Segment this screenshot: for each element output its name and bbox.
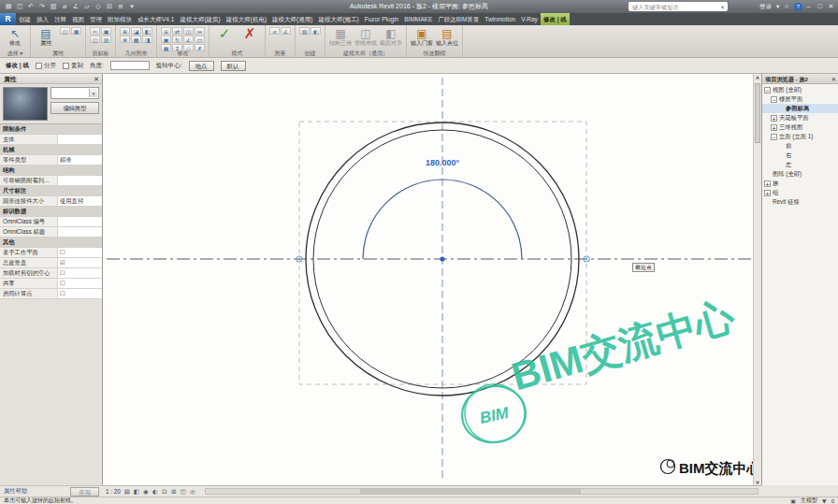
ribbon-tab[interactable]: 广联达BIM算量 [435,13,482,25]
property-row[interactable]: 圆形连接件大小 使用直径 [0,196,102,207]
detail-level-icon[interactable]: ▤ [123,488,132,496]
modify-button[interactable]: ↖ 修改 [4,27,26,47]
search-chevron-icon[interactable]: ▾ [721,3,724,11]
qat-customize-icon[interactable]: ▾ [127,3,137,10]
open-icon[interactable]: ▤ [4,3,13,10]
scrollbar-thumb[interactable] [755,83,760,143]
browser-tree-item[interactable]: Revit 链接 [762,197,838,207]
disjoin-checkbox[interactable]: 分开 [36,62,56,70]
properties-button[interactable]: ▤ 属性 [35,27,57,47]
property-row[interactable]: 加载时剪切的空心 ☐ [0,268,102,279]
close-icon[interactable]: ✕ [831,74,836,84]
copy-to-clipboard-icon[interactable]: ▣ [101,27,111,35]
tag-icon[interactable]: ▱ [82,3,92,10]
reveal-hidden-elements-icon[interactable]: ◎ [188,488,197,496]
structure-3d-button[interactable]: ▦ 结构三维 [329,27,352,47]
property-value[interactable]: ☐ [58,248,102,257]
edit-type-button[interactable]: 编辑类型 [51,102,99,114]
browser-tree-item[interactable]: + 组 [762,188,838,197]
property-row[interactable]: 其他 [0,238,102,248]
paint-icon[interactable]: ◧ [142,27,152,35]
property-value[interactable]: 标准 [58,155,102,165]
thin-lines-icon[interactable]: ≡ [116,3,125,10]
property-row[interactable]: 结构 [0,166,102,176]
application-menu-button[interactable]: R [0,13,16,25]
ribbon-tab[interactable]: 插入 [34,13,51,25]
property-value[interactable]: ☐ [58,279,102,288]
rotate-icon[interactable]: ↻ [172,36,182,43]
dimension-icon[interactable]: ∠ [281,27,291,35]
input-points-button[interactable]: ▤ 输入点位 [436,27,458,47]
finish-edit-mode-button[interactable]: ✓ [213,27,236,40]
property-row[interactable]: 房间计算点 ☐ [0,289,102,299]
align-icon[interactable]: ≡ [161,27,171,35]
browser-tree-item[interactable]: 左 [762,160,838,169]
redo-icon[interactable]: ↷ [37,3,47,10]
view-scale-button[interactable]: 1 : 20 [106,488,121,495]
close-icon[interactable]: ✕ [94,74,99,84]
browser-tree-item[interactable]: + 三维视图 [762,122,838,132]
property-row[interactable]: OmniClass 标题 [0,227,102,238]
property-value[interactable]: 使用直径 [58,196,102,206]
tree-expander-icon[interactable]: − [771,134,777,140]
browser-tree-item[interactable]: − 楼层平面 [762,94,838,104]
tree-expander-icon[interactable]: + [771,124,777,131]
property-row[interactable]: 尺寸标注 [0,186,102,196]
tree-expander-icon[interactable]: + [764,180,771,187]
ribbon-tab[interactable]: Twinmotion [482,13,518,25]
save-icon[interactable]: ◫ [15,3,24,10]
cope-icon[interactable]: ▩ [131,36,141,43]
pipe-routing-button[interactable]: ◫ 管线布线 [354,27,377,47]
property-row[interactable]: OmniClass 编号 [0,217,102,227]
drawing-canvas[interactable]: 180.000° BIM交流中心 BIM BIM交流中心 最近点 ▲ [103,74,761,485]
tree-expander-icon[interactable] [777,143,784,150]
property-value[interactable] [58,227,102,237]
editable-only-icon[interactable]: ▣ [790,497,796,504]
undo-icon[interactable]: ↶ [26,3,36,10]
ribbon-tab[interactable]: BIMMAKE [401,13,435,25]
property-value[interactable] [58,135,102,144]
visual-style-icon[interactable]: ◧ [132,488,141,496]
property-row[interactable]: 限制条件 [0,124,102,135]
property-value[interactable]: ☐ [58,289,102,298]
help-icon[interactable]: ? [794,3,802,11]
filter-icon[interactable]: ▼ [822,497,827,504]
property-row[interactable]: 标识数据 [0,207,102,217]
tree-expander-icon[interactable] [777,106,784,112]
browser-tree-item[interactable]: + 天花板平面 [762,113,838,122]
default-3d-view-icon[interactable]: ◇ [94,3,103,10]
property-value[interactable]: ☐ [58,268,102,278]
browser-tree-item[interactable]: 前 [762,141,838,151]
wall-joins-icon[interactable]: ◨ [142,36,152,43]
property-value[interactable] [58,217,102,226]
property-row[interactable]: 总是垂直 ☑ [0,258,102,268]
signin-chevron-icon[interactable]: ▾ [776,3,779,10]
paste-icon[interactable]: ◫ [90,36,100,43]
create-similar-icon[interactable]: ◐ [311,27,321,35]
copy-checkbox[interactable]: 复制 [63,62,83,70]
match-properties-icon[interactable]: ▥ [101,36,111,43]
tree-expander-icon[interactable] [764,199,771,206]
move-icon[interactable]: ↔ [195,27,205,35]
horizontal-scrollbar[interactable] [205,488,759,495]
browser-tree-item[interactable]: + 族 [762,179,838,188]
search-input[interactable]: 键入关键字或短语 ▾ [628,2,728,11]
apply-button[interactable]: 应用 [70,487,99,497]
ribbon-tab[interactable]: 视图 [69,13,87,25]
ribbon-tab[interactable]: 成长大师V4.1 [135,13,177,25]
temporary-hide-isolate-icon[interactable]: ◫ [179,488,188,496]
measure-icon[interactable]: ⌀ [60,3,69,10]
family-types-icon[interactable]: ▦ [71,27,81,35]
mirror-icon[interactable]: ◫ [183,27,194,35]
minimize-button[interactable]: – [803,3,814,10]
place-center-button[interactable]: 地点 [189,61,214,71]
cancel-edit-mode-button[interactable]: ✗ [238,27,261,40]
split-element-icon[interactable]: ▭ [195,36,205,43]
close-button[interactable]: ✕ [826,3,836,10]
crop-view-icon[interactable]: ⊡ [160,488,169,496]
join-geometry-icon[interactable]: ⊕ [120,27,130,35]
scroll-up-icon[interactable]: ▲ [754,74,761,79]
browser-tree-item[interactable]: − 视图 (全部) [762,85,838,94]
section-align-button[interactable]: ◧ 截面对齐 [380,27,402,47]
cut-icon[interactable]: ✂ [90,27,100,35]
